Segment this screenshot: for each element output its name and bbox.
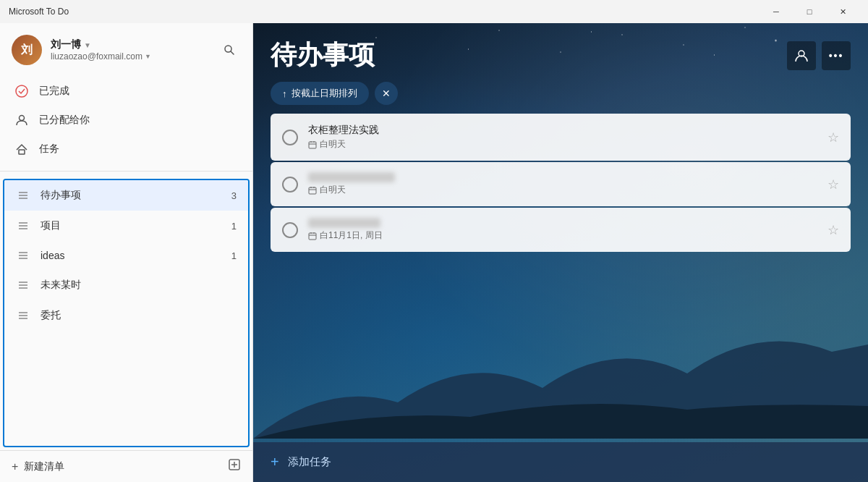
task-star-button[interactable]: ☆ (827, 222, 839, 238)
task-info: 衣柜整理法实践 白明天 (308, 124, 817, 151)
user-name: 刘一博 ▼ (51, 38, 209, 51)
task-title-blurred (308, 172, 395, 182)
list-name: 委托 (41, 309, 226, 322)
list-item-projects[interactable]: 项目 1 (4, 211, 248, 241)
list-item-pending[interactable]: 待办事项 3 (4, 180, 248, 211)
home-icon (14, 142, 29, 156)
task-star-button[interactable]: ☆ (827, 177, 839, 193)
add-task-plus-icon: + (271, 454, 279, 470)
search-button[interactable] (218, 38, 241, 62)
page-title: 待办事项 (271, 38, 375, 73)
main-content: 待办事项 ••• ↑ 按截止日期排列 ✕ (253, 23, 868, 482)
list-drag-icon (16, 281, 30, 289)
sort-btn-label: 按截止日期排列 (292, 87, 357, 100)
list-name: 待办事项 (41, 189, 221, 202)
sidebar-divider (0, 171, 252, 172)
tasks-list: 衣柜整理法实践 白明天 ☆ (253, 114, 868, 252)
calendar-icon (308, 232, 317, 240)
task-title: 衣柜整理法实践 (308, 124, 817, 137)
close-button[interactable]: ✕ (826, 0, 859, 23)
task-star-button[interactable]: ☆ (827, 130, 839, 145)
calendar-icon (308, 140, 317, 149)
sidebar-item-tasks[interactable]: 任务 (3, 135, 250, 164)
dropdown-icon: ▼ (84, 41, 91, 49)
task-info: 白明天 (308, 172, 817, 196)
clear-sort-button[interactable]: ✕ (375, 82, 398, 105)
calendar-icon (308, 186, 317, 195)
header-actions: ••• (787, 41, 851, 70)
table-row[interactable]: 衣柜整理法实践 白明天 ☆ (271, 114, 851, 161)
sort-bar: ↑ 按截止日期排列 ✕ (253, 73, 868, 114)
main-header: 待办事项 ••• (253, 23, 868, 73)
list-item-entrust[interactable]: 委托 (4, 300, 248, 331)
svg-rect-28 (309, 187, 316, 194)
table-row[interactable]: 白明天 ☆ (271, 162, 851, 206)
sidebar-item-label: 已完成 (39, 85, 69, 98)
title-bar: Microsoft To Do ─ □ ✕ (0, 0, 868, 23)
list-item-future[interactable]: 未来某时 (4, 270, 248, 300)
task-title-blurred (308, 218, 380, 228)
svg-rect-32 (309, 233, 316, 240)
task-due: 白明天 (308, 138, 817, 151)
list-name: ideas (41, 250, 221, 261)
svg-point-2 (16, 85, 27, 97)
svg-line-1 (231, 51, 234, 54)
add-list-plus-icon: + (12, 460, 18, 473)
avatar[interactable]: 刘 (12, 35, 42, 65)
svg-rect-24 (309, 142, 316, 148)
task-due: 白11月1日, 周日 (308, 229, 817, 242)
svg-point-3 (20, 116, 25, 121)
user-icon (794, 48, 809, 63)
sidebar-footer[interactable]: + 新建清单 (0, 450, 252, 482)
sidebar-item-completed[interactable]: 已完成 (3, 77, 250, 106)
list-drag-icon (16, 221, 30, 230)
sort-arrow-icon: ↑ (282, 88, 287, 99)
add-task-label: 添加任务 (288, 455, 331, 469)
list-count: 3 (231, 190, 237, 201)
list-count: 1 (231, 250, 237, 261)
lists-section: 待办事项 3 项目 1 (3, 179, 250, 447)
check-circle-icon (14, 84, 29, 98)
user-email: liuzaozao@foxmail.com ▼ (51, 51, 209, 62)
list-drag-icon (16, 191, 30, 200)
sidebar-item-assigned[interactable]: 已分配给你 (3, 106, 250, 135)
landscape-svg (253, 294, 868, 439)
svg-rect-4 (19, 150, 25, 154)
window-controls: ─ □ ✕ (760, 0, 859, 23)
add-task-bar[interactable]: + 添加任务 (253, 442, 868, 482)
user-info: 刘一博 ▼ liuzaozao@foxmail.com ▼ (51, 38, 209, 62)
task-complete-circle[interactable] (282, 130, 298, 145)
list-item-ideas[interactable]: ideas 1 (4, 241, 248, 270)
maximize-button[interactable]: □ (793, 0, 826, 23)
sidebar: 刘 刘一博 ▼ liuzaozao@foxmail.com ▼ (0, 23, 253, 482)
list-count: 1 (231, 221, 237, 232)
table-row[interactable]: 白11月1日, 周日 ☆ (271, 208, 851, 252)
new-list-icon[interactable] (228, 458, 241, 475)
app-body: 刘 刘一博 ▼ liuzaozao@foxmail.com ▼ (0, 23, 868, 482)
minimize-button[interactable]: ─ (760, 0, 793, 23)
person-icon (14, 113, 29, 127)
task-due: 白明天 (308, 184, 817, 196)
list-name: 项目 (41, 219, 221, 232)
task-complete-circle[interactable] (282, 222, 298, 238)
email-dropdown-icon: ▼ (145, 53, 151, 60)
list-drag-icon (16, 311, 30, 320)
sidebar-item-label: 任务 (39, 143, 59, 156)
sidebar-header: 刘 刘一博 ▼ liuzaozao@foxmail.com ▼ (0, 23, 252, 74)
task-complete-circle[interactable] (282, 177, 298, 193)
sidebar-item-label: 已分配给你 (39, 114, 90, 127)
user-circle-button[interactable] (787, 41, 816, 70)
sidebar-nav: 已完成 已分配给你 任务 (0, 74, 252, 166)
add-list-label: 新建清单 (24, 460, 64, 473)
list-name: 未来某时 (41, 279, 226, 292)
sort-by-date-button[interactable]: ↑ 按截止日期排列 (271, 82, 369, 105)
app-title: Microsoft To Do (9, 7, 760, 17)
list-drag-icon (16, 251, 30, 260)
ellipsis-icon: ••• (829, 50, 844, 62)
close-icon: ✕ (382, 88, 391, 99)
task-info: 白11月1日, 周日 (308, 218, 817, 242)
search-icon (224, 44, 235, 56)
more-options-button[interactable]: ••• (822, 41, 851, 70)
